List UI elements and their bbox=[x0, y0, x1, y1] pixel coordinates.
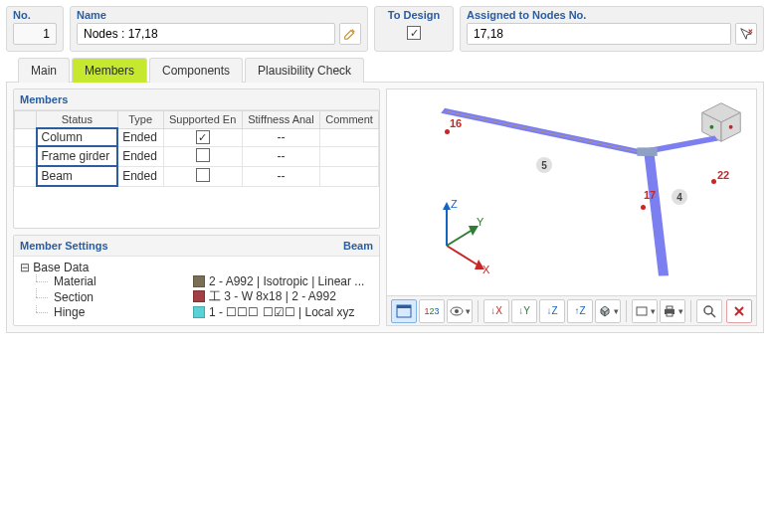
tool-window-fit[interactable] bbox=[391, 299, 417, 323]
tab-members[interactable]: Members bbox=[72, 58, 147, 83]
node-dot bbox=[445, 129, 450, 134]
tab-components[interactable]: Components bbox=[149, 58, 243, 83]
assigned-label: Assigned to Nodes No. bbox=[467, 9, 757, 21]
cell-supported[interactable]: ✓ bbox=[163, 128, 242, 146]
material-swatch bbox=[193, 275, 205, 287]
viewport-3d[interactable]: 16 17 22 7 5 4 2 Z Y X bbox=[386, 89, 757, 296]
tree-row-section[interactable]: Section 工 3 - W 8x18 | 2 - A992 bbox=[20, 288, 373, 305]
svg-line-14 bbox=[447, 246, 479, 266]
field-assigned: Assigned to Nodes No. bbox=[460, 6, 764, 52]
to-design-label: To Design bbox=[388, 9, 440, 21]
col-stiffness[interactable]: Stiffness Anal bbox=[242, 111, 319, 129]
tool-axis-z[interactable]: ↓Z bbox=[539, 299, 565, 323]
edit-name-button[interactable] bbox=[339, 23, 361, 45]
settings-subtitle: Beam bbox=[343, 240, 373, 252]
svg-rect-22 bbox=[397, 305, 411, 308]
node-dot bbox=[711, 179, 716, 184]
tree-row-hinge[interactable]: Hinge 1 - ☐☐☐ ☐☑☐ | Local xyz bbox=[20, 305, 373, 319]
pick-nodes-button[interactable] bbox=[735, 23, 757, 45]
tool-print[interactable] bbox=[660, 299, 685, 323]
tree-row-material[interactable]: Material 2 - A992 | Isotropic | Linear .… bbox=[20, 274, 373, 288]
members-title: Members bbox=[20, 93, 68, 105]
tool-axis-neg-z[interactable]: ↑Z bbox=[567, 299, 593, 323]
tool-numbering[interactable]: 123 bbox=[419, 299, 445, 323]
cell-type[interactable]: Ended bbox=[117, 128, 163, 146]
supported-checkbox[interactable] bbox=[196, 148, 210, 162]
table-row[interactable]: Frame girder Ended -- bbox=[15, 146, 379, 166]
tool-axis-x[interactable]: ↓X bbox=[483, 299, 509, 323]
node-dot bbox=[641, 205, 646, 210]
tab-main[interactable]: Main bbox=[18, 58, 70, 83]
tool-cube[interactable] bbox=[595, 299, 621, 323]
svg-rect-11 bbox=[637, 147, 657, 155]
cell-status[interactable]: Column bbox=[37, 128, 118, 146]
tool-axis-y[interactable]: ↓Y bbox=[511, 299, 537, 323]
section-value: 3 - W 8x18 | 2 - A992 bbox=[224, 289, 336, 303]
members-table[interactable]: Status Type Supported En Stiffness Anal … bbox=[14, 110, 379, 187]
svg-line-8 bbox=[448, 111, 644, 152]
cell-type[interactable]: Ended bbox=[117, 166, 163, 186]
table-row[interactable]: Column Ended ✓ -- bbox=[15, 128, 379, 146]
section-key: Section bbox=[54, 290, 193, 304]
no-label: No. bbox=[13, 9, 57, 21]
svg-text:Y: Y bbox=[477, 216, 484, 228]
cell-comment[interactable] bbox=[320, 128, 379, 146]
assigned-input[interactable] bbox=[467, 23, 731, 45]
to-design-checkbox[interactable]: ✓ bbox=[407, 26, 421, 40]
name-label: Name bbox=[77, 9, 361, 21]
svg-text:X: X bbox=[482, 264, 490, 275]
field-name: Name bbox=[70, 6, 368, 52]
table-row[interactable]: Beam Ended -- bbox=[15, 166, 379, 186]
field-no: No. bbox=[6, 6, 64, 52]
section-glyph: 工 bbox=[209, 289, 221, 303]
cell-stiffness[interactable]: -- bbox=[242, 146, 319, 166]
cell-stiffness[interactable]: -- bbox=[242, 166, 319, 186]
tool-find[interactable] bbox=[696, 299, 722, 323]
hinge-swatch bbox=[193, 306, 205, 318]
cell-comment[interactable] bbox=[320, 146, 379, 166]
col-status[interactable]: Status bbox=[37, 111, 118, 129]
svg-line-16 bbox=[447, 230, 473, 246]
settings-title: Member Settings bbox=[20, 240, 108, 252]
tool-close[interactable] bbox=[726, 299, 752, 323]
svg-point-32 bbox=[704, 306, 712, 314]
tool-view[interactable] bbox=[447, 299, 473, 323]
axis-triad-icon: Z Y X bbox=[417, 196, 496, 275]
hinge-key: Hinge bbox=[54, 305, 193, 319]
svg-line-33 bbox=[711, 313, 715, 317]
cell-status[interactable]: Frame girder bbox=[37, 146, 118, 166]
svg-text:Z: Z bbox=[451, 198, 458, 210]
viewport-toolbar: 123 ↓X ↓Y ↓Z ↑Z bbox=[386, 296, 757, 326]
svg-rect-31 bbox=[667, 313, 673, 316]
svg-rect-30 bbox=[667, 306, 673, 309]
material-value: 2 - A992 | Isotropic | Linear ... bbox=[209, 274, 364, 288]
field-to-design: To Design ✓ bbox=[374, 6, 454, 52]
supported-checkbox[interactable]: ✓ bbox=[196, 130, 210, 144]
member-label-4: 4 bbox=[672, 189, 687, 205]
cell-supported[interactable] bbox=[163, 146, 242, 166]
name-input[interactable] bbox=[77, 23, 335, 45]
col-supported[interactable]: Supported En bbox=[163, 111, 242, 129]
member-label-5: 5 bbox=[536, 157, 552, 173]
table-header-row: Status Type Supported En Stiffness Anal … bbox=[15, 111, 379, 129]
section-swatch bbox=[193, 290, 205, 302]
member-settings-subpanel: Member Settings Beam Base Data Material … bbox=[13, 235, 380, 326]
members-subpanel: Members Status Type Supported En Stiffne… bbox=[13, 89, 380, 229]
cell-status[interactable]: Beam bbox=[37, 166, 118, 186]
cell-supported[interactable] bbox=[163, 166, 242, 186]
no-input[interactable] bbox=[13, 23, 57, 45]
cell-stiffness[interactable]: -- bbox=[242, 128, 319, 146]
svg-marker-13 bbox=[443, 202, 451, 210]
tab-plausibility[interactable]: Plausibility Check bbox=[245, 58, 364, 83]
tab-bar: Main Members Components Plausibility Che… bbox=[18, 58, 764, 83]
cell-type[interactable]: Ended bbox=[117, 146, 163, 166]
svg-point-24 bbox=[455, 309, 459, 313]
node-label-17: 17 bbox=[644, 189, 656, 201]
tool-box[interactable] bbox=[632, 299, 658, 323]
hinge-value: 1 - ☐☐☐ ☐☑☐ | Local xyz bbox=[209, 305, 354, 319]
col-type[interactable]: Type bbox=[117, 111, 163, 129]
cell-comment[interactable] bbox=[320, 166, 379, 186]
supported-checkbox[interactable] bbox=[196, 168, 210, 182]
tree-root[interactable]: Base Data bbox=[20, 261, 373, 274]
col-comment[interactable]: Comment bbox=[320, 111, 379, 129]
